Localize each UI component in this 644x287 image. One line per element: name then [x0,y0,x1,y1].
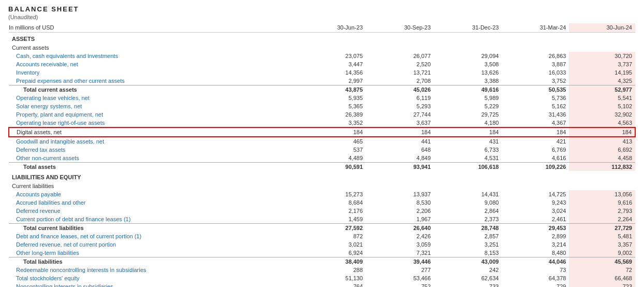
row-value: 5,481 [569,232,635,240]
row-value: 242 [434,266,502,274]
row-value: 184 [434,127,502,137]
row-label: Cash, cash equivalents and investments [9,52,300,60]
row-value: 39,446 [366,257,434,266]
table-row: Cash, cash equivalents and investments23… [9,52,635,60]
row-value: 23,075 [300,52,366,60]
row-value: 5,229 [434,102,502,110]
row-value: 2,461 [502,215,569,224]
row-label: Noncontrolling interests in subsidiaries [9,282,300,287]
row-value: 184 [569,127,635,137]
row-value: 14,431 [434,190,502,198]
row-value: 8,530 [366,198,434,207]
sub-section-header-cell: Current assets [9,42,635,52]
row-value: 733 [434,282,502,287]
row-value: 2,206 [366,207,434,215]
row-value: 66,468 [569,274,635,282]
row-value: 9,243 [502,198,569,207]
row-value: 3,214 [502,240,569,249]
table-row: Accounts receivable, net3,4472,5203,5083… [9,60,635,68]
col-date-4: 31-Mar-24 [502,23,569,33]
row-label: Accounts payable [9,190,300,198]
row-value: 6,733 [434,146,502,154]
row-value: 16,033 [502,68,569,77]
row-value: 3,737 [569,60,635,68]
row-value: 4,531 [434,154,502,163]
row-value: 13,721 [366,68,434,77]
section-header-cell: LIABILITIES AND EQUITY [9,171,635,181]
row-value: 3,752 [502,77,569,85]
table-row: Total current liabilities27,59226,64028,… [9,224,635,233]
row-value: 14,195 [569,68,635,77]
row-value: 6,119 [366,94,434,102]
row-value: 9,616 [569,198,635,207]
row-value: 3,024 [502,207,569,215]
row-value: 26,077 [366,52,434,60]
col-date-2: 30-Sep-23 [366,23,434,33]
row-value: 93,941 [366,163,434,171]
row-value: 2,857 [434,232,502,240]
row-value: 43,009 [434,257,502,266]
row-value: 2,426 [366,232,434,240]
row-label: Operating lease vehicles, net [9,94,300,102]
row-value: 26,389 [300,110,366,119]
row-label: Debt and finance leases, net of current … [9,232,300,240]
row-value: 50,535 [502,85,569,94]
row-value: 109,226 [502,163,569,171]
row-value: 53,466 [366,274,434,282]
row-value: 14,725 [502,190,569,198]
row-value: 6,692 [569,146,635,154]
row-value: 13,626 [434,68,502,77]
table-row: Other long-term liabilities6,9247,3218,1… [9,249,635,257]
table-row: Total stockholders' equity51,13053,46662… [9,274,635,282]
col-date-1: 30-Jun-23 [300,23,366,33]
row-value: 5,162 [502,102,569,110]
row-value: 29,453 [502,224,569,233]
row-value: 465 [300,137,366,146]
row-label: Total liabilities [9,257,300,266]
row-value: 62,634 [434,274,502,282]
row-value: 872 [300,232,366,240]
row-value: 45,026 [366,85,434,94]
table-row: Goodwill and intangible assets, net46544… [9,137,635,146]
row-value: 13,937 [366,190,434,198]
row-label: Property, plant and equipment, net [9,110,300,119]
row-value: 90,591 [300,163,366,171]
row-label: Deferred tax assets [9,146,300,154]
row-value: 3,251 [434,240,502,249]
row-value: 723 [569,282,635,287]
row-value: 5,989 [434,94,502,102]
row-value: 184 [366,127,434,137]
row-value: 288 [300,266,366,274]
row-value: 32,902 [569,110,635,119]
table-row: Accounts payable15,27313,93714,43114,725… [9,190,635,198]
table-row: Current liabilities [9,181,635,190]
row-value: 2,997 [300,77,366,85]
row-label: Goodwill and intangible assets, net [9,137,300,146]
row-value: 28,748 [434,224,502,233]
table-row: Total current assets43,87545,02649,61650… [9,85,635,94]
table-row: Deferred revenue, net of current portion… [9,240,635,249]
table-row: Noncontrolling interests in subsidiaries… [9,282,635,287]
row-value: 7,321 [366,249,434,257]
row-value: 27,729 [569,224,635,233]
table-row: Deferred revenue2,1762,2062,8643,0242,79… [9,207,635,215]
row-value: 27,592 [300,224,366,233]
table-row: Debt and finance leases, net of current … [9,232,635,240]
row-value: 106,618 [434,163,502,171]
row-value: 648 [366,146,434,154]
row-value: 2,520 [366,60,434,68]
row-label: Digital assets, net [9,127,300,137]
row-value: 5,293 [366,102,434,110]
table-row: Solar energy systems, net5,3655,2935,229… [9,102,635,110]
row-label: Operating lease right-of-use assets [9,119,300,127]
table-row: Inventory14,35613,72113,62616,03314,195 [9,68,635,77]
row-label: Prepaid expenses and other current asset… [9,77,300,85]
row-value: 29,094 [434,52,502,60]
row-value: 277 [366,266,434,274]
table-row: Total assets90,59193,941106,618109,22611… [9,163,635,171]
column-label-header: In millions of USD [9,23,300,33]
row-label: Deferred revenue, net of current portion [9,240,300,249]
table-row: ASSETS [9,33,635,43]
row-value: 2,793 [569,207,635,215]
row-value: 14,356 [300,68,366,77]
